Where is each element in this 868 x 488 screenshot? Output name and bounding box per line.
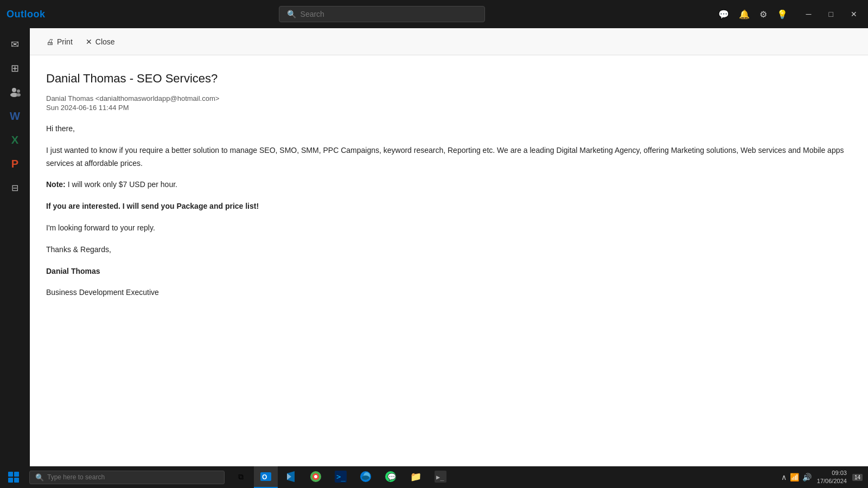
note-label: Note: <box>46 180 66 189</box>
sidebar-item-calendar[interactable]: ⊟ <box>4 177 26 198</box>
close-window-button[interactable]: ✕ <box>846 8 861 21</box>
print-label: Print <box>57 37 73 46</box>
taskbar-apps: ⧉ O >_ 💬 📁 ▶_ <box>229 466 452 488</box>
email-bold-line: If you are interested. I will send you P… <box>46 200 852 213</box>
email-sender-name: Danial Thomas <box>46 267 100 275</box>
taskbar-app-whatsapp[interactable]: 💬 <box>379 466 403 488</box>
taskbar-system-icons: ∧ 📶 🔊 <box>781 473 812 481</box>
windows-logo <box>8 472 19 483</box>
clock-date: 17/06/2024 <box>817 477 847 485</box>
sidebar-item-word[interactable]: W <box>4 105 26 127</box>
taskbar-app-powershell[interactable]: >_ <box>329 466 353 488</box>
svg-point-15 <box>362 476 369 480</box>
taskbar-app-terminal[interactable]: ▶_ <box>429 466 452 488</box>
taskbar-search[interactable]: 🔍 <box>29 471 225 484</box>
titlebar: Outlook 🔍 💬 🔔 ⚙ 💡 ─ □ ✕ <box>0 0 868 28</box>
maximize-button[interactable]: □ <box>825 8 838 21</box>
svg-point-0 <box>12 88 16 92</box>
close-label: Close <box>95 37 115 46</box>
titlebar-left: Outlook <box>7 9 46 20</box>
start-button[interactable] <box>0 466 27 488</box>
sidebar: ✉ ⊞ W X P ⊟ <box>0 28 30 466</box>
app-logo: Outlook <box>7 9 46 20</box>
taskbar-clock[interactable]: 09:03 17/06/2024 <box>817 469 847 486</box>
email-note: Note: I will work only $7 USD per hour. <box>46 178 852 191</box>
svg-point-2 <box>17 89 20 93</box>
taskbar-search-input[interactable] <box>47 473 219 481</box>
sidebar-item-powerpoint[interactable]: P <box>4 153 26 175</box>
search-input[interactable] <box>301 10 477 18</box>
svg-text:▶_: ▶_ <box>436 473 444 481</box>
email-sender-title: Business Development Executive <box>46 286 852 299</box>
settings-icon[interactable]: ⚙ <box>760 9 767 20</box>
email-greeting: Hi there, <box>46 123 852 136</box>
svg-text:O: O <box>262 473 267 481</box>
taskbar-app-outlook[interactable]: O <box>254 466 278 488</box>
email-date: Sun 2024-06-16 11:44 PM <box>46 104 852 112</box>
email-toolbar: 🖨 Print ✕ Close <box>30 28 868 55</box>
email-panel: 🖨 Print ✕ Close Danial Thomas - SEO Serv… <box>30 28 868 466</box>
close-icon: ✕ <box>86 37 92 46</box>
email-forward: I'm looking forward to your reply. <box>46 222 852 235</box>
taskbar-app-taskview[interactable]: ⧉ <box>229 466 253 488</box>
taskbar-app-vscode[interactable] <box>279 466 303 488</box>
svg-point-10 <box>314 475 317 478</box>
titlebar-right: 💬 🔔 ⚙ 💡 ─ □ ✕ <box>718 8 861 21</box>
main-area: 🖨 Print ✕ Close Danial Thomas - SEO Serv… <box>30 28 868 466</box>
svg-text:>_: >_ <box>336 472 346 481</box>
sidebar-item-grid[interactable]: ⊞ <box>4 57 26 79</box>
note-text: I will work only $7 USD per hour. <box>66 180 177 189</box>
close-button[interactable]: ✕ Close <box>80 34 120 49</box>
taskbar-app-files[interactable]: 📁 <box>404 466 427 488</box>
sidebar-item-mail[interactable]: ✉ <box>4 34 26 55</box>
print-button[interactable]: 🖨 Print <box>41 34 78 49</box>
email-subject: Danial Thomas - SEO Services? <box>46 72 852 86</box>
email-paragraph1: I just wanted to know if you require a b… <box>46 144 852 170</box>
volume-icon[interactable]: 🔊 <box>802 473 812 481</box>
svg-point-3 <box>16 93 21 97</box>
search-icon: 🔍 <box>287 10 296 18</box>
chevron-up-icon[interactable]: ∧ <box>781 473 787 481</box>
email-body: Hi there, I just wanted to know if you r… <box>46 123 852 299</box>
lightbulb-icon[interactable]: 💡 <box>777 9 788 20</box>
svg-text:💬: 💬 <box>387 472 397 481</box>
taskbar-search-icon: 🔍 <box>35 473 44 481</box>
search-bar[interactable]: 🔍 <box>279 6 485 22</box>
printer-icon: 🖨 <box>46 37 54 46</box>
chat-icon[interactable]: 💬 <box>718 9 729 20</box>
sidebar-item-contacts[interactable] <box>4 81 26 103</box>
minimize-button[interactable]: ─ <box>802 8 816 21</box>
sidebar-item-excel[interactable]: X <box>4 129 26 151</box>
taskbar-app-edge[interactable] <box>354 466 378 488</box>
wifi-icon[interactable]: 📶 <box>790 473 799 481</box>
window-controls: ─ □ ✕ <box>802 8 861 21</box>
email-closing: Thanks & Regards, <box>46 243 852 256</box>
taskbar-right: ∧ 📶 🔊 09:03 17/06/2024 14 <box>776 469 868 486</box>
taskbar: 🔍 ⧉ O >_ 💬 📁 ▶_ ∧ 📶 🔊 <box>0 466 868 488</box>
bell-icon[interactable]: 🔔 <box>739 9 750 20</box>
taskbar-app-chrome[interactable] <box>304 466 328 488</box>
notification-count[interactable]: 14 <box>852 474 863 481</box>
email-content: Danial Thomas - SEO Services? Danial Tho… <box>30 55 868 466</box>
clock-time: 09:03 <box>832 469 847 477</box>
email-from: Danial Thomas <danialthomasworldapp@hotm… <box>46 94 852 102</box>
